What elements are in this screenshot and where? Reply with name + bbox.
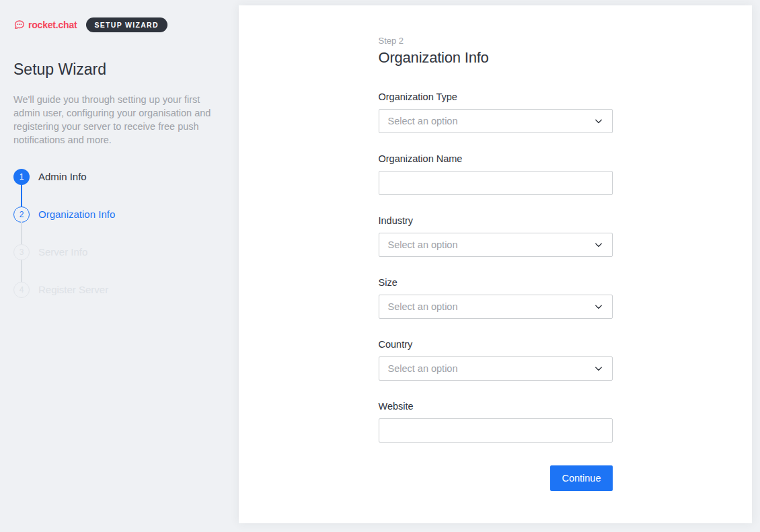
industry-select[interactable]: Select an option: [379, 233, 613, 257]
field-label: Industry: [379, 215, 613, 226]
chevron-down-icon: [594, 116, 603, 126]
sidebar-title: Setup Wizard: [13, 61, 225, 79]
step-number-badge: 1: [13, 169, 30, 185]
setup-wizard-sidebar: rocket.chat SETUP WIZARD Setup Wizard We…: [0, 0, 239, 532]
logo-row: rocket.chat SETUP WIZARD: [13, 17, 225, 32]
step-label: Admin Info: [38, 171, 87, 182]
organization-info-form: Organization Type Select an option Organ…: [379, 91, 613, 491]
sidebar-description: We'll guide you through setting up your …: [13, 93, 227, 147]
select-placeholder: Select an option: [388, 116, 458, 126]
form-actions: Continue: [379, 465, 613, 491]
field-website: Website: [379, 401, 613, 443]
field-size: Size Select an option: [379, 277, 613, 319]
continue-button[interactable]: Continue: [550, 465, 612, 491]
select-placeholder: Select an option: [388, 301, 458, 312]
wizard-steps: 1 Admin Info 2 Organization Info 3 Serve…: [13, 169, 175, 298]
field-industry: Industry Select an option: [379, 215, 613, 257]
step-item-server-info: 3 Server Info: [13, 244, 175, 260]
step-item-organization-info: 2 Organization Info: [13, 206, 175, 223]
field-label: Organization Type: [379, 91, 613, 102]
logo-wordmark: rocket.chat: [28, 20, 77, 30]
step-label: Server Info: [38, 246, 87, 258]
size-select[interactable]: Select an option: [379, 295, 613, 319]
step-number-badge: 3: [13, 244, 30, 260]
step-number-badge: 2: [13, 206, 30, 223]
chevron-down-icon: [594, 302, 603, 311]
field-label: Size: [379, 277, 613, 288]
country-select[interactable]: Select an option: [379, 356, 613, 381]
page-title: Organization Info: [379, 49, 613, 67]
organization-name-input[interactable]: [379, 171, 613, 195]
step-item-register-server: 4 Register Server: [13, 282, 175, 298]
setup-wizard-badge: SETUP WIZARD: [86, 17, 167, 32]
website-input[interactable]: [379, 418, 613, 443]
field-organization-name: Organization Name: [379, 153, 613, 195]
chevron-down-icon: [594, 240, 603, 250]
field-label: Website: [379, 401, 613, 412]
select-placeholder: Select an option: [388, 363, 458, 374]
field-country: Country Select an option: [379, 339, 613, 381]
organization-type-select[interactable]: Select an option: [379, 109, 613, 133]
rocketchat-logo: rocket.chat: [13, 19, 77, 30]
field-organization-type: Organization Type Select an option: [379, 91, 613, 133]
step-caption: Step 2: [379, 36, 613, 46]
step-number-badge: 4: [13, 282, 30, 298]
step-item-admin-info: 1 Admin Info: [13, 169, 175, 185]
select-placeholder: Select an option: [388, 239, 458, 250]
wizard-content-card: Step 2 Organization Info Organization Ty…: [239, 5, 752, 523]
speech-bubble-logo-icon: [13, 19, 25, 30]
step-label: Register Server: [38, 284, 108, 295]
field-label: Organization Name: [379, 153, 613, 164]
step-connector: [21, 260, 22, 282]
step-connector: [21, 222, 22, 244]
field-label: Country: [379, 339, 613, 350]
step-label: Organization Info: [38, 208, 115, 220]
step-connector-active: [21, 184, 22, 206]
chevron-down-icon: [594, 364, 603, 373]
